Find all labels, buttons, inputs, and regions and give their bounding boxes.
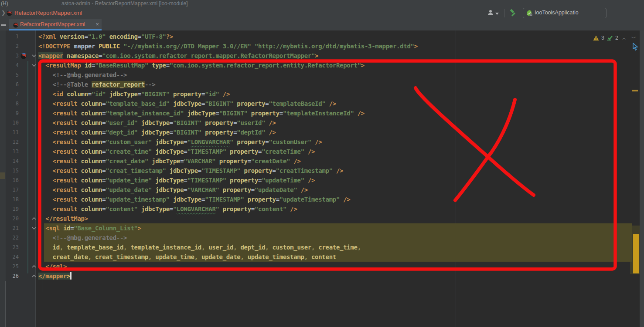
code-line[interactable]: 18 <result column="update_timestamp" jdb… xyxy=(0,195,644,204)
toolbar-divider xyxy=(504,9,505,17)
line-number: 17 xyxy=(6,185,19,195)
warning-icon[interactable] xyxy=(593,35,599,41)
line-number: 3 xyxy=(6,51,19,61)
tab-label: RefactorReportMapper.xml xyxy=(20,21,85,27)
menu-fragment[interactable]: (H) xyxy=(1,0,8,7)
line-number: 7 xyxy=(6,89,19,99)
tab-file-icon xyxy=(13,22,19,28)
code-line[interactable]: 9 <result column="template_instance_id" … xyxy=(0,108,644,118)
mybatis-bird-icon[interactable] xyxy=(20,52,27,59)
line-number: 16 xyxy=(6,175,19,185)
chevron-right-icon: ❯ xyxy=(1,10,6,16)
line-number: 23 xyxy=(6,243,19,252)
navbar-actions: IooToolsApplicatio xyxy=(487,7,644,19)
fold-expand-icon[interactable] xyxy=(31,61,37,70)
line-number: 5 xyxy=(6,70,19,80)
editor[interactable]: 1<?xml version="1.0" encoding="UTF-8"?>2… xyxy=(0,30,644,327)
typo-icon[interactable] xyxy=(607,35,613,41)
code-line[interactable]: 8 <result column="template_base_id" jdbc… xyxy=(0,99,644,108)
build-button[interactable] xyxy=(509,9,518,17)
code-line[interactable]: 21 <sql id="Base_Column_List"> xyxy=(0,223,644,233)
code-line[interactable]: 17 <result column="update_date" jdbcType… xyxy=(0,185,644,195)
line-number: 22 xyxy=(6,233,19,243)
line-number: 11 xyxy=(6,128,19,137)
line-number: 14 xyxy=(6,156,19,166)
user-icon xyxy=(487,9,494,16)
user-dropdown[interactable] xyxy=(487,9,502,17)
code-line[interactable]: 10 <result column="user_id" jdbcType="BI… xyxy=(0,118,644,128)
tab-bar: RefactorReportMapper.xml × xyxy=(0,19,644,30)
line-number: 12 xyxy=(6,137,19,147)
run-config-label: IooToolsApplicatio xyxy=(535,10,579,16)
run-config-icon xyxy=(526,10,533,17)
line-number: 8 xyxy=(6,99,19,108)
window-titlebar: (H) astoa-admin - RefactorReportMapper.x… xyxy=(0,0,644,7)
code-line[interactable]: 5 <!--@mbg.generated--> xyxy=(0,70,644,80)
breadcrumb-bar: ❯ RefactorReportMapper.xml xyxy=(0,7,644,20)
code-line[interactable]: 15 <result column="creat_timestamp" jdbc… xyxy=(0,166,644,175)
fold-end-icon[interactable] xyxy=(31,214,37,223)
line-number: 18 xyxy=(6,195,19,204)
mybatis-icon xyxy=(6,10,13,16)
code-line[interactable]: 4 <resultMap id="BaseResultMap" type="co… xyxy=(0,61,644,70)
code-line[interactable]: 23 id, template_base_id, template_instan… xyxy=(0,243,644,252)
fold-end-icon[interactable] xyxy=(31,262,37,271)
line-number: 2 xyxy=(6,41,19,51)
build-hammer-icon xyxy=(509,9,518,17)
fold-end-icon[interactable] xyxy=(31,271,37,281)
line-number: 24 xyxy=(6,252,19,262)
code-line[interactable]: 13 <result column="create_time" jdbcType… xyxy=(0,147,644,156)
window-title: astoa-admin - RefactorReportMapper.xml [… xyxy=(61,0,187,7)
line-number: 15 xyxy=(6,166,19,175)
typo-count: 2 xyxy=(615,35,618,41)
code-area[interactable]: 1<?xml version="1.0" encoding="UTF-8"?>2… xyxy=(0,30,644,327)
prev-issue-chevron-icon[interactable]: ︿ xyxy=(620,35,628,41)
stripe-selection-thumb[interactable] xyxy=(633,234,639,273)
line-number: 1 xyxy=(6,32,19,41)
text-caret xyxy=(70,272,72,280)
code-line[interactable]: 6 <!--@Table refactor_report--> xyxy=(0,80,644,89)
line-number: 25 xyxy=(6,262,19,271)
code-line[interactable]: 19 <result column="content" jdbcType="LO… xyxy=(0,204,644,214)
code-line[interactable]: 3<mapper namespace="com.ioo.system.refac… xyxy=(0,51,644,61)
stripe-highlight-marker[interactable] xyxy=(632,90,638,91)
line-number: 13 xyxy=(6,147,19,156)
line-number: 20 xyxy=(6,214,19,223)
code-line[interactable]: 14 <result column="creat_date" jdbcType=… xyxy=(0,156,644,166)
breadcrumb-file[interactable]: RefactorReportMapper.xml xyxy=(14,10,82,16)
line-number: 26 xyxy=(6,271,19,281)
error-stripe-track[interactable] xyxy=(640,30,644,327)
dropdown-caret-icon xyxy=(495,12,499,15)
line-number: 19 xyxy=(6,204,19,214)
code-line[interactable]: 11 <result column="dept_id" jdbcType="BI… xyxy=(0,128,644,137)
warning-count: 3 xyxy=(601,35,604,41)
mouse-pointer-icon xyxy=(632,43,638,51)
line-number: 10 xyxy=(6,118,19,128)
code-line[interactable]: 20 </resultMap> xyxy=(0,214,644,223)
code-line[interactable]: 7 <id column="id" jdbcType="BIGINT" prop… xyxy=(0,89,644,99)
line-number: 6 xyxy=(6,80,19,89)
tab-close-icon[interactable]: × xyxy=(95,21,99,27)
tab-overflow-dash[interactable] xyxy=(1,24,6,26)
next-issue-chevron-icon[interactable]: ﹀ xyxy=(630,35,637,41)
code-line[interactable]: 12 <result column="custom_user" jdbcType… xyxy=(0,137,644,147)
code-line[interactable]: 26</mapper> xyxy=(0,271,644,281)
code-line[interactable]: 22 <!--@mbg.generated--> xyxy=(0,233,644,243)
fold-expand-icon[interactable] xyxy=(31,51,37,61)
line-number: 9 xyxy=(6,108,19,118)
code-line[interactable]: 24 creat_date, creat_timestamp, update_t… xyxy=(0,252,644,262)
code-line[interactable]: 25 </sql> xyxy=(0,262,644,271)
code-line[interactable]: 1<?xml version="1.0" encoding="UTF-8"?> xyxy=(0,32,644,41)
fold-expand-icon[interactable] xyxy=(31,223,37,233)
code-line[interactable]: 16 <result column="update_time" jdbcType… xyxy=(0,175,644,185)
code-line[interactable]: 2<!DOCTYPE mapper PUBLIC "-//mybatis.org… xyxy=(0,41,644,51)
editor-tab[interactable]: RefactorReportMapper.xml × xyxy=(9,19,102,30)
run-config-select[interactable]: IooToolsApplicatio xyxy=(523,8,607,18)
line-number: 4 xyxy=(6,61,19,70)
line-number: 21 xyxy=(6,223,19,233)
inspections-widget[interactable]: 3 2 ︿ ﹀ xyxy=(593,34,637,42)
